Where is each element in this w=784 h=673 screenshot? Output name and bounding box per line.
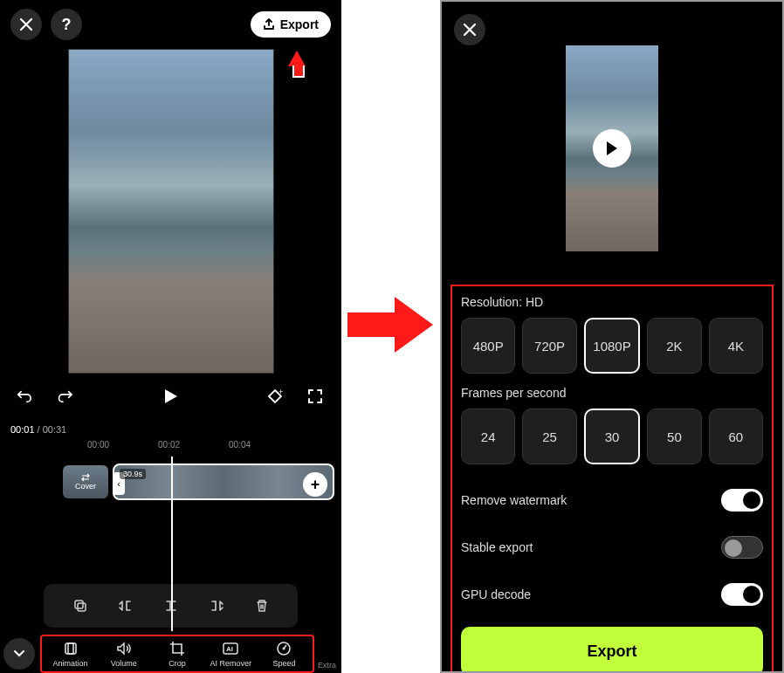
- help-button[interactable]: ?: [51, 9, 82, 40]
- annotation-arrow: [288, 51, 306, 66]
- toggle-row: Remove watermark: [461, 477, 763, 524]
- copy-button[interactable]: [69, 594, 92, 617]
- play-button[interactable]: [593, 129, 631, 168]
- add-clip-button[interactable]: +: [303, 472, 327, 497]
- export-confirm-button[interactable]: Export: [461, 627, 763, 673]
- resolution-option-4k[interactable]: 4K: [709, 318, 763, 374]
- toggle-label: Remove watermark: [461, 493, 567, 507]
- ai-icon: AI: [221, 640, 240, 657]
- tool-crop[interactable]: Crop: [150, 640, 203, 668]
- fullscreen-button[interactable]: [303, 384, 327, 409]
- fps-options: 2425305060: [461, 409, 763, 464]
- fps-label: Frames per second: [461, 386, 763, 400]
- redo-button[interactable]: [54, 384, 79, 409]
- ruler-ticks: 00:00 00:02 00:04: [0, 440, 341, 455]
- tool-speed[interactable]: Speed: [258, 640, 311, 668]
- svg-rect-2: [78, 603, 86, 611]
- toggle-row: GPU decode: [461, 571, 763, 618]
- resolution-options: 480P720P1080P2K4K: [461, 318, 763, 374]
- resolution-option-720p[interactable]: 720P: [522, 318, 576, 374]
- annotation-export-highlight: Resolution: HD 480P720P1080P2K4K Frames …: [450, 285, 774, 673]
- svg-rect-3: [65, 643, 76, 654]
- svg-point-8: [283, 648, 285, 650]
- time-total: 00:31: [43, 424, 67, 435]
- tool-ai-remover[interactable]: AI AI Remover: [204, 640, 258, 668]
- playhead[interactable]: [171, 457, 173, 631]
- cover-label: Cover: [75, 482, 96, 491]
- expand-button[interactable]: [3, 638, 35, 670]
- clip-duration: 30.9s: [120, 469, 146, 479]
- export-label: Export: [280, 17, 319, 31]
- top-bar: ? Export: [0, 0, 341, 49]
- resolution-option-2k[interactable]: 2K: [647, 318, 701, 374]
- timeline[interactable]: Cover ‹ 30.9s +: [3, 460, 338, 504]
- svg-rect-1: [75, 601, 83, 608]
- video-preview[interactable]: [68, 49, 274, 374]
- annotation-tools-highlight: Animation Volume Crop AI AI Remover Spee…: [40, 635, 314, 673]
- cover-clip[interactable]: Cover: [63, 465, 108, 498]
- undo-button[interactable]: [14, 384, 38, 409]
- toggle-label: GPU decode: [461, 587, 531, 601]
- animation-icon: [62, 640, 79, 657]
- close-button[interactable]: [10, 9, 42, 40]
- resolution-option-1080p[interactable]: 1080P: [584, 318, 640, 374]
- delete-button[interactable]: [251, 594, 273, 617]
- toggle-label: Stable export: [461, 540, 533, 554]
- speed-icon: [275, 640, 292, 657]
- fps-option-30[interactable]: 30: [584, 409, 640, 464]
- fps-option-60[interactable]: 60: [709, 409, 763, 464]
- split-right-button[interactable]: [205, 594, 228, 617]
- upload-icon: [263, 18, 275, 31]
- annotation-big-arrow: [347, 297, 435, 353]
- toggle-row: Stable export: [461, 524, 763, 571]
- export-button[interactable]: Export: [251, 11, 331, 38]
- close-button[interactable]: [454, 14, 485, 45]
- toggle-switch[interactable]: [721, 583, 763, 606]
- editor-screen: ? Export + 00:01 / 00:31 00:00 00:02: [0, 0, 341, 673]
- toggle-switch[interactable]: [721, 489, 763, 512]
- export-screen: Resolution: HD 480P720P1080P2K4K Frames …: [440, 0, 784, 673]
- extra-label[interactable]: Extra: [316, 661, 338, 670]
- split-left-button[interactable]: [114, 594, 137, 617]
- svg-text:AI: AI: [226, 645, 233, 653]
- tool-animation[interactable]: Animation: [44, 640, 97, 668]
- play-button[interactable]: [159, 384, 183, 409]
- bottom-toolbar: Animation Volume Crop AI AI Remover Spee…: [0, 628, 341, 673]
- volume-icon: [115, 640, 133, 657]
- export-preview: [566, 45, 658, 251]
- resolution-option-480p[interactable]: 480P: [461, 318, 515, 374]
- fps-option-50[interactable]: 50: [647, 409, 701, 464]
- tool-volume[interactable]: Volume: [97, 640, 150, 668]
- fps-option-24[interactable]: 24: [461, 409, 515, 464]
- timecode: 00:01 / 00:31: [0, 419, 341, 440]
- resolution-label: Resolution: HD: [461, 295, 763, 309]
- fps-option-25[interactable]: 25: [522, 409, 576, 464]
- playback-controls: +: [0, 374, 341, 419]
- crop-icon: [168, 640, 186, 657]
- svg-text:+: +: [279, 388, 283, 396]
- main-clip[interactable]: ‹ 30.9s +: [113, 464, 334, 500]
- toggle-switch[interactable]: [721, 536, 763, 559]
- keyframe-button[interactable]: +: [263, 384, 287, 409]
- swap-icon: [80, 473, 91, 482]
- svg-rect-4: [68, 643, 73, 654]
- time-current: 00:01: [10, 424, 35, 435]
